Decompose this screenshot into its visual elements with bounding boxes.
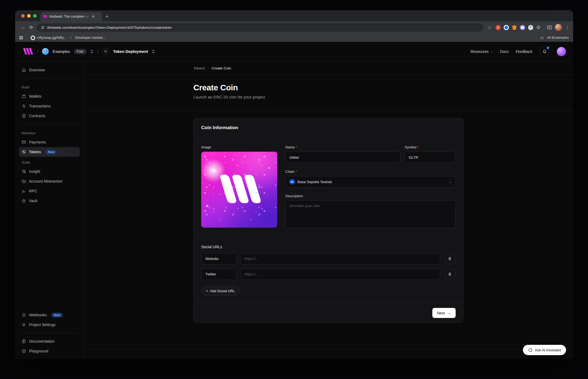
add-social-url-button[interactable]: + Add Social URL — [201, 286, 239, 296]
page-title: Create Coin — [193, 83, 464, 92]
chain-label: Chain* — [285, 170, 456, 174]
bell-icon — [22, 313, 26, 317]
sidebar-item-wallets[interactable]: Wallets — [19, 91, 80, 101]
tab-close-icon[interactable]: ✕ — [92, 15, 95, 18]
browser-tab[interactable]: thirdweb: The complete web3 ✕ — [40, 12, 102, 21]
description-label: Description — [285, 194, 456, 198]
password-extension-icon[interactable] — [528, 25, 533, 30]
social-urls-section: Social URLs Website Twitter — [194, 237, 463, 303]
site-info-icon[interactable] — [41, 26, 45, 30]
sidebar-item-tokens[interactable]: Tokens New — [19, 147, 80, 157]
header-actions: Resources ⌄ Docs Feedback — [471, 46, 566, 57]
project-icon — [102, 48, 109, 55]
social-platform-select[interactable]: Website — [201, 253, 237, 265]
sidebar-section-monetize: Monetize — [22, 131, 77, 135]
card-header: Coin Information — [194, 118, 463, 137]
app-header: / Examples Free / Token Deployment Resou… — [15, 42, 573, 61]
feedback-link[interactable]: Feedback — [516, 49, 532, 54]
sidebar-item-account-abstraction[interactable]: Account Abstraction — [19, 176, 80, 186]
delete-social-url-button[interactable] — [444, 253, 456, 265]
coin-icon — [22, 150, 26, 154]
name-label: Name* — [285, 145, 400, 149]
sidebar-item-transactions[interactable]: Transactions — [19, 101, 80, 111]
bookmark-developer-marketing[interactable]: ☾ Developer marketi... — [70, 36, 106, 40]
minimize-window-button[interactable] — [27, 14, 31, 18]
project-name[interactable]: Token Deployment — [113, 49, 148, 54]
page-hero: Create Coin Launch an ERC-20 coin for yo… — [84, 75, 573, 111]
sidebar-item-playground[interactable]: Playground — [19, 346, 80, 356]
notification-dot — [547, 47, 549, 49]
thirdweb-logo-icon[interactable] — [22, 48, 33, 55]
team-name[interactable]: Examples — [53, 49, 70, 54]
metamask-extension-icon[interactable] — [512, 25, 517, 30]
sidebar-item-insight[interactable]: Insight — [19, 167, 80, 176]
crescent-icon: ☾ — [70, 36, 73, 40]
content-bottom-border — [84, 349, 573, 349]
sidebar: Overview Build Wallets Transactions Cont… — [15, 61, 84, 359]
sidebar-divider — [20, 333, 79, 333]
team-switcher-chevrons-icon[interactable] — [90, 49, 93, 54]
toolbar-actions: ☆ ≋ ⋮ — [487, 24, 569, 31]
sidebar-item-webhooks[interactable]: Webhooks New — [19, 310, 80, 320]
signal-icon — [22, 189, 26, 193]
back-button[interactable]: ← — [19, 25, 27, 30]
social-platform-select[interactable]: Twitter — [201, 269, 237, 280]
notifications-button[interactable] — [539, 46, 550, 57]
description-textarea[interactable] — [285, 200, 456, 228]
sidebar-item-rpc[interactable]: RPC — [19, 186, 80, 196]
name-input[interactable] — [285, 152, 400, 163]
delete-social-url-button[interactable] — [444, 268, 456, 280]
new-tab-button[interactable]: + — [106, 14, 108, 20]
next-button[interactable]: Next → — [432, 308, 456, 318]
symbol-input[interactable] — [405, 152, 456, 163]
zoom-window-button[interactable] — [33, 14, 37, 18]
bookmark-star-icon[interactable]: ☆ — [487, 25, 493, 30]
extensions-puzzle-icon[interactable] — [536, 25, 541, 30]
extension-target-icon[interactable] — [504, 25, 509, 30]
chat-bubble-icon — [528, 348, 532, 352]
tab-search-icon[interactable] — [547, 25, 552, 30]
apps-grid-icon[interactable] — [20, 36, 23, 39]
chevron-down-icon: ⌄ — [490, 50, 493, 53]
extension-red-icon[interactable]: ≋ — [496, 25, 501, 30]
base-network-icon — [289, 179, 295, 184]
browser-profile-avatar[interactable] — [555, 24, 562, 31]
browser-menu-icon[interactable]: ⋮ — [565, 25, 569, 30]
resources-menu[interactable]: Resources ⌄ — [471, 49, 493, 54]
required-marker: * — [296, 170, 297, 174]
url-bar[interactable]: thirdweb.com/team/examples/Token-Deploym… — [37, 23, 483, 32]
docs-link[interactable]: Docs — [500, 49, 509, 54]
ask-ai-assistant-button[interactable]: Ask AI Assistant — [523, 345, 566, 355]
github-icon — [31, 36, 35, 40]
symbol-label: Symbol* — [405, 145, 456, 149]
account-avatar[interactable] — [557, 47, 566, 56]
sidebar-divider — [20, 124, 79, 124]
social-url-input[interactable] — [240, 253, 440, 265]
sidebar-item-documentation[interactable]: Documentation — [19, 336, 80, 346]
project-switcher-chevrons-icon[interactable] — [152, 49, 155, 54]
transactions-icon — [22, 104, 26, 108]
chain-select[interactable]: Base Sepolia Testnet ⌄ — [285, 176, 456, 187]
tab-title: thirdweb: The complete web3 — [49, 15, 90, 18]
bookmarks-divider — [27, 36, 27, 40]
bookmark-niftyswap[interactable]: niftyswap.gg/Nifty... — [31, 36, 66, 40]
image-label: Image — [201, 145, 277, 149]
social-url-input[interactable] — [240, 269, 440, 280]
sidebar-item-payments[interactable]: Payments — [19, 137, 80, 147]
coin-image-upload[interactable] — [201, 152, 277, 228]
social-urls-label: Social URLs — [201, 245, 456, 249]
all-bookmarks[interactable]: 🗀 All Bookmarks — [537, 36, 569, 40]
breadcrumb-tokens-link[interactable]: Tokens — [193, 66, 205, 70]
coin-info-section: Image Name* — [194, 138, 463, 237]
arrow-right-icon: → — [447, 311, 451, 315]
sidebar-item-vault[interactable]: Vault — [19, 196, 80, 206]
sidebar-item-overview[interactable]: Overview — [19, 65, 80, 75]
sidebar-item-project-settings[interactable]: Project Settings — [19, 320, 80, 330]
sidebar-section-scale: Scale — [22, 161, 77, 164]
phantom-extension-icon[interactable] — [520, 25, 525, 30]
close-window-button[interactable] — [21, 14, 25, 18]
reload-button[interactable]: ⟳ — [27, 25, 35, 30]
new-badge: New — [46, 150, 57, 154]
sidebar-item-contracts[interactable]: Contracts — [19, 111, 80, 121]
url-text[interactable]: thirdweb.com/team/examples/Token-Deploym… — [47, 26, 172, 30]
